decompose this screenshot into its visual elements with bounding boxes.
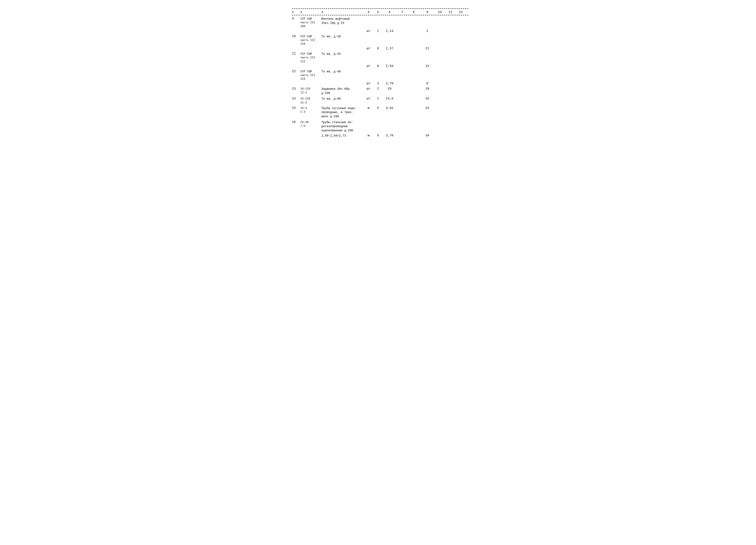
row-13-desc: I3 I6-II9 I2-2 Задвижки 30ч 6бр д-I00 шт… (292, 87, 468, 95)
row-15-num: I5 (292, 106, 300, 110)
row-16-ref: I6-48 7-5 (300, 120, 321, 128)
table-row: I0 ССР СЦМ часть III II0 То же, д-20 шт … (292, 33, 468, 51)
row-9-desc: 9 ССР СЦМ часть III I09 Вентиль муфтовый… (292, 17, 468, 29)
row-12-desc: I2 ССР СЦМ часть III II3 То же, д-40 (292, 70, 468, 81)
header-col-8: 8 (407, 10, 420, 14)
header-col-6: 6 (382, 10, 397, 14)
table-row: 9 ССР СЦМ часть III I09 Вентиль муфтовый… (292, 15, 468, 33)
row-11-ref: ССР СЦМ часть III III (300, 52, 321, 64)
row-11-desc: II ССР СЦМ часть III III То же, д-25 (292, 52, 468, 64)
row-10-desc-text: То же, д-20 (321, 35, 363, 39)
row-15-ref: I6-4 I-3 (300, 106, 321, 114)
header-col-2: 2 (300, 10, 321, 14)
table-row: I5 I6-4 I-3 Трубы чугунные водо- проводн… (292, 105, 468, 119)
row-11-desc-text: То же, д-25 (321, 52, 363, 56)
header-col-10: IO (435, 10, 445, 14)
row-15-desc: I5 I6-4 I-3 Трубы чугунные водо- проводн… (292, 106, 468, 119)
row-12-ref: ССР СЦМ часть III II3 (300, 70, 321, 81)
header-col-11: II (445, 10, 456, 14)
row-9-unit: шт I I,I4 I (292, 29, 468, 33)
row-10-desc: I0 ССР СЦМ часть III II0 То же, д-20 (292, 35, 468, 46)
row-12-num: I2 (292, 70, 300, 73)
header-col-5: 5 (374, 10, 382, 14)
header-col-9: 9 (420, 10, 435, 14)
header-col-4: 4 (363, 10, 374, 14)
header-col-3: 3 (321, 10, 363, 14)
header-col-1: I (292, 10, 300, 14)
right-sidebar: Т.П. 802-5-39.85 Альбом VI 54 20597-06 (470, 8, 473, 138)
row-14-num: I4 (292, 97, 300, 100)
row-13-num: I3 (292, 87, 300, 91)
row-11-num: II (292, 52, 300, 56)
table-row: I6 I6-48 7-5 Трубы стальные во- догазопр… (292, 119, 468, 138)
row-14-ref: I6-II8 I2-2 (300, 97, 321, 104)
row-9-num: 9 (292, 17, 300, 21)
row-9-desc-text: Вентиль муфтовый I5кч I8р д-I5 (321, 17, 363, 25)
table-row: I2 ССР СЦМ часть III II3 То же, д-40 шт … (292, 68, 468, 86)
row-16-subdesc: 2,99-I,94+2,73 м 9 3,78 34 (292, 134, 468, 138)
row-12-unit: шт 3 2,79 8 (292, 82, 468, 85)
row-12-desc-text: То же, д-40 (321, 70, 363, 74)
row-9-ref: ССР СЦМ часть III I09 (300, 17, 321, 29)
header-col-7: 7 (397, 10, 407, 14)
row-16-num: I6 (292, 120, 300, 124)
row-10-ref: ССР СЦМ часть III II0 (300, 35, 321, 46)
row-13-desc-text: Задвижки 30ч 6бр д-I00 (321, 87, 363, 95)
table-body: 9 ССР СЦМ часть III I09 Вентиль муфтовый… (292, 15, 468, 138)
row-10-unit: шт 8 I,37 II (292, 47, 468, 50)
table-header: I 2 3 4 5 6 7 8 9 IO II I2 (292, 10, 468, 15)
row-10-num: I0 (292, 35, 300, 38)
table-row: I4 I6-II8 I2-2 То же, д-80 шт I 24,8 25 (292, 95, 468, 104)
header-col-12: I2 (456, 10, 466, 14)
row-11-unit: шт 8 I,59 I3 (292, 64, 468, 68)
row-16-desc: I6 I6-48 7-5 Трубы стальные во- догазопр… (292, 120, 468, 133)
row-14-desc-text: То же, д-80 (321, 97, 363, 101)
row-15-desc-text: Трубы чугунные водо- проводные, в тран- … (321, 106, 363, 119)
row-13-ref: I6-II9 I2-2 (300, 87, 321, 95)
table-row: II ССР СЦМ часть III III То же, д-25 шт … (292, 50, 468, 68)
row-14-desc: I4 I6-II8 I2-2 То же, д-80 шт I 24,8 25 (292, 97, 468, 104)
top-dashed-line (292, 8, 468, 9)
row-16-desc-text: Трубы стальные во- догазопроводные оцинк… (321, 120, 363, 133)
page-wrapper: Т.П. 802-5-39.85 Альбом VI 54 20597-06 I… (292, 8, 468, 138)
table-row: I3 I6-II9 I2-2 Задвижки 30ч 6бр д-I00 шт… (292, 85, 468, 95)
